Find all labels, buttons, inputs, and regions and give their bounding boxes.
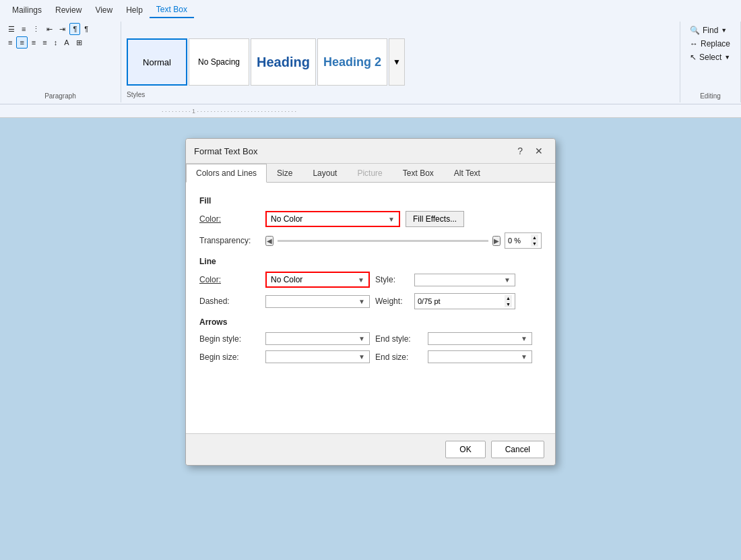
align-right-btn[interactable]: ≡ [29, 37, 38, 48]
dialog-titlebar: Format Text Box ? ✕ [186, 139, 555, 164]
dashed-chevron-icon: ▼ [358, 298, 365, 305]
transparency-value-input[interactable]: 0 % ▲ ▼ [505, 232, 542, 249]
line-style-dropdown[interactable]: ▼ [414, 274, 515, 286]
dashed-dropdown[interactable]: ▼ [265, 295, 370, 308]
tab-text-box[interactable]: Text Box [150, 2, 194, 18]
transparency-spinner: ▲ ▼ [531, 235, 538, 247]
justify-btn[interactable]: ≡ [40, 37, 49, 48]
tab-view[interactable]: View [88, 3, 119, 18]
dialog-controls: ? ✕ [513, 144, 547, 158]
style-heading2[interactable]: Heading 2 [317, 38, 387, 86]
paragraph-group-label: Paragraph [0, 92, 121, 100]
cancel-button[interactable]: Cancel [491, 441, 544, 458]
end-size-dropdown[interactable]: ▼ [428, 350, 532, 363]
transparency-track[interactable] [278, 240, 488, 242]
arrow-style-row: Begin style: ▼ End style: ▼ [199, 332, 542, 345]
select-btn[interactable]: ↖ Select ▼ [686, 51, 734, 63]
line-color-dropdown[interactable]: No Color ▼ [265, 272, 370, 288]
ribbon-content-area: ☰ ≡ ⋮ ⇤ ⇥ ¶ ¶ ≡ ≡ ≡ ≡ ↕ A ⊞ Paragraph [0, 20, 741, 104]
borders-btn[interactable]: ⊞ [73, 37, 85, 49]
ribbon: Mailings Review View Help Text Box ☰ ≡ ⋮… [0, 0, 741, 104]
ruler: · · · · · · · · · 1 · · · · · · · · · · … [0, 104, 741, 118]
tab-alt-text[interactable]: Alt Text [444, 164, 490, 183]
end-size-chevron-icon: ▼ [521, 353, 527, 361]
find-btn[interactable]: 🔍 Find ▼ [686, 24, 734, 36]
multilevel-list-btn[interactable]: ⋮ [30, 24, 42, 35]
dialog-close-btn[interactable]: ✕ [531, 144, 547, 158]
tab-size[interactable]: Size [267, 164, 302, 183]
line-spacing-btn[interactable]: ↕ [51, 37, 61, 48]
begin-size-chevron-icon: ▼ [358, 353, 365, 361]
find-chevron-icon: ▼ [721, 27, 727, 34]
fill-section-title: Fill [199, 196, 542, 206]
transparency-label: Transparency: [199, 236, 260, 245]
fill-color-dropdown[interactable]: No Color ▼ [265, 211, 400, 227]
line-style-label: Style: [375, 275, 409, 284]
formatting-marks-btn[interactable]: ¶ [69, 23, 80, 35]
transparency-slider-container: ◀ ▶ 0 % ▲ ▼ [265, 232, 542, 249]
line-section-title: Line [199, 257, 542, 266]
dialog-title: Format Text Box [194, 146, 257, 156]
weight-label: Weight: [375, 297, 409, 306]
tab-picture: Picture [347, 164, 392, 183]
replace-btn[interactable]: ↔ Replace [686, 38, 734, 50]
dialog-overlay: Format Text Box ? ✕ Colors and Lines Siz… [0, 118, 741, 560]
tab-colors-lines[interactable]: Colors and Lines [186, 164, 267, 183]
style-no-spacing[interactable]: No Spacing [189, 38, 249, 86]
end-style-label: End style: [375, 334, 422, 344]
end-style-dropdown[interactable]: ▼ [428, 332, 532, 345]
tab-text-box[interactable]: Text Box [393, 164, 444, 183]
transparency-spin-down[interactable]: ▼ [531, 241, 538, 247]
end-style-chevron-icon: ▼ [521, 335, 527, 342]
style-normal[interactable]: Normal [127, 38, 187, 86]
tab-layout[interactable]: Layout [302, 164, 347, 183]
tab-review[interactable]: Review [49, 3, 88, 18]
fill-color-label: Color: [199, 214, 260, 224]
dialog-footer: OK Cancel [186, 433, 555, 465]
align-left-btn[interactable]: ≡ [5, 37, 15, 48]
styles-group: Normal No Spacing Heading Heading 2 ▼ St… [121, 22, 680, 102]
begin-style-dropdown[interactable]: ▼ [265, 332, 370, 345]
select-chevron-icon: ▼ [724, 54, 730, 61]
search-icon: 🔍 [690, 26, 700, 35]
line-style-chevron-icon: ▼ [504, 276, 511, 284]
weight-spin-down[interactable]: ▼ [505, 301, 512, 307]
line-color-chevron-icon: ▼ [358, 276, 364, 284]
styles-more-btn[interactable]: ▼ [389, 38, 405, 86]
bullet-list-btn[interactable]: ☰ [5, 24, 18, 35]
end-size-label: End size: [375, 352, 422, 362]
cursor-icon: ↖ [690, 53, 697, 62]
transparency-spin-up[interactable]: ▲ [531, 235, 538, 241]
tab-mailings[interactable]: Mailings [5, 3, 49, 18]
dialog-help-btn[interactable]: ? [513, 144, 527, 158]
increase-indent-btn[interactable]: ⇥ [57, 24, 68, 35]
weight-spinner: ▲ ▼ [505, 295, 512, 307]
line-color-label: Color: [199, 275, 260, 284]
align-center-btn[interactable]: ≡ [16, 36, 27, 49]
numbered-list-btn[interactable]: ≡ [19, 24, 28, 34]
replace-icon: ↔ [690, 39, 698, 49]
shading-btn[interactable]: A [61, 37, 71, 48]
document-area: Format Text Box ? ✕ Colors and Lines Siz… [0, 118, 741, 560]
styles-group-label: Styles [127, 91, 145, 98]
editing-group: 🔍 Find ▼ ↔ Replace ↖ Select ▼ Editing [680, 22, 741, 102]
paragraph-direction-btn[interactable]: ¶ [82, 24, 91, 34]
begin-size-dropdown[interactable]: ▼ [265, 350, 370, 363]
style-heading1[interactable]: Heading [251, 38, 316, 86]
transparency-row: Transparency: ◀ ▶ 0 % ▲ ▼ [199, 232, 542, 249]
begin-style-chevron-icon: ▼ [358, 335, 365, 342]
transparency-increase-btn[interactable]: ▶ [492, 236, 501, 246]
fill-effects-btn[interactable]: Fill Effects... [406, 211, 464, 227]
decrease-indent-btn[interactable]: ⇤ [44, 24, 55, 35]
editing-group-label: Editing [680, 92, 740, 100]
ruler-content: · · · · · · · · · 1 · · · · · · · · · · … [162, 108, 296, 115]
line-color-style-row: Color: No Color ▼ Style: ▼ [199, 272, 542, 288]
weight-input[interactable]: 0/75 pt ▲ ▼ [414, 293, 515, 309]
begin-style-label: Begin style: [199, 334, 260, 344]
weight-spin-up[interactable]: ▲ [505, 295, 512, 301]
tab-help[interactable]: Help [119, 3, 150, 18]
begin-size-label: Begin size: [199, 352, 260, 362]
transparency-decrease-btn[interactable]: ◀ [265, 236, 273, 246]
ok-button[interactable]: OK [445, 441, 485, 458]
paragraph-group: ☰ ≡ ⋮ ⇤ ⇥ ¶ ¶ ≡ ≡ ≡ ≡ ↕ A ⊞ Paragraph [0, 22, 121, 102]
